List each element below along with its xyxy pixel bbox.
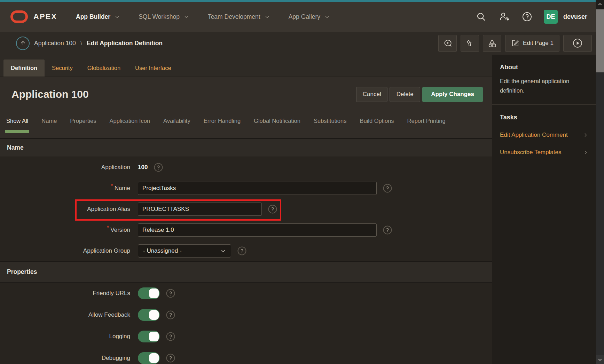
field-label: Debugging	[0, 355, 130, 362]
field-help-icon[interactable]	[166, 332, 175, 341]
field-help-icon[interactable]	[166, 310, 175, 319]
field-help-icon[interactable]	[154, 163, 163, 172]
breadcrumb: Application 100 \ Edit Application Defin…	[0, 37, 163, 50]
tab-definition[interactable]: Definition	[3, 60, 45, 77]
section-header-name: Name	[0, 139, 492, 157]
nav-menu-team-development[interactable]: Team Development	[208, 13, 270, 21]
name-input[interactable]	[138, 182, 377, 195]
tab-security[interactable]: Security	[45, 60, 80, 77]
field-row-application: Application100	[0, 157, 492, 178]
play-circle-icon	[572, 38, 583, 48]
field-label-text: Application	[101, 164, 130, 171]
task-link-label: Unsubscribe Templates	[500, 149, 561, 156]
chevron-down-icon	[184, 14, 189, 19]
subtab-properties[interactable]: Properties	[70, 118, 96, 124]
arrow-up-circle-icon[interactable]	[16, 37, 30, 50]
field-row-application-group: Application Group- Unassigned -	[0, 240, 492, 261]
primary-tabs: DefinitionSecurityGlobalizationUser Inte…	[0, 55, 492, 77]
field-help-icon[interactable]	[383, 225, 392, 235]
run-application-button[interactable]	[563, 35, 592, 52]
vertical-scrollbar[interactable]	[596, 0, 604, 364]
delete-button[interactable]: Delete	[390, 87, 420, 102]
chevron-down-icon	[115, 14, 120, 19]
breadcrumb-parent[interactable]: Application 100	[34, 40, 76, 47]
section-header-properties: Properties	[0, 261, 492, 283]
nav-menu-app-gallery[interactable]: App Gallery	[289, 13, 330, 21]
user-avatar[interactable]: DE	[544, 10, 558, 24]
subtab-application-icon[interactable]: Application Icon	[110, 118, 150, 124]
breadcrumb-separator: \	[80, 39, 82, 47]
page-title: Application 100	[11, 88, 89, 100]
search-icon[interactable]	[475, 10, 487, 23]
tab-user-interface[interactable]: User Interface	[128, 60, 179, 77]
subtab-show-all[interactable]: Show All	[6, 118, 28, 124]
flashlight-icon-button[interactable]	[461, 35, 479, 52]
top-nav: APEX App BuilderSQL WorkshopTeam Develop…	[0, 2, 596, 32]
subtab-report-printing[interactable]: Report Printing	[407, 118, 446, 124]
version-input[interactable]	[138, 223, 377, 237]
logging-toggle[interactable]	[138, 331, 160, 342]
help-icon[interactable]	[521, 10, 533, 23]
task-link-edit-application-comment[interactable]: Edit Application Comment	[500, 132, 588, 139]
field-label-text: Application Alias	[87, 206, 130, 212]
field-label-text: Version	[110, 227, 130, 233]
breadcrumb-current: Edit Application Definition	[87, 40, 163, 47]
toggle-row-debugging: Debugging	[0, 347, 492, 364]
field-label-text: Name	[115, 185, 130, 191]
field-help-icon[interactable]	[237, 246, 246, 255]
field-label: Logging	[0, 333, 130, 340]
toggle-knob	[149, 332, 159, 341]
field-help-icon[interactable]	[383, 184, 392, 193]
application-alias-input[interactable]	[138, 203, 262, 216]
field-help-icon[interactable]	[268, 205, 277, 214]
field-help-icon[interactable]	[166, 354, 175, 363]
subtab-name[interactable]: Name	[41, 118, 57, 124]
required-asterisk: *	[111, 183, 113, 189]
subtab-global-notification[interactable]: Global Notification	[254, 118, 300, 124]
subtab-availability[interactable]: Availability	[163, 118, 190, 124]
field-control	[138, 309, 175, 321]
field-control	[138, 331, 175, 342]
about-title: About	[500, 64, 588, 71]
apply-changes-button[interactable]: Apply Changes	[422, 87, 483, 102]
application-group-select[interactable]: - Unassigned -	[138, 244, 231, 258]
scroll-up-icon[interactable]	[596, 0, 604, 9]
nav-menu-app-builder[interactable]: App Builder	[76, 13, 120, 21]
field-control	[138, 352, 175, 364]
nav-menu-label: Team Development	[208, 13, 260, 21]
toggle-row-logging: Logging	[0, 326, 492, 347]
nav-menu-sql-workshop[interactable]: SQL Workshop	[139, 13, 189, 21]
tab-globalization[interactable]: Globalization	[80, 60, 128, 77]
shared-components-shapes-button[interactable]	[483, 35, 501, 52]
field-label: Application	[0, 164, 130, 171]
tasks-title: Tasks	[500, 114, 588, 121]
subtab-build-options[interactable]: Build Options	[360, 118, 394, 124]
add-comment-button[interactable]	[438, 35, 457, 52]
scrollbar-thumb[interactable]	[596, 9, 604, 72]
administration-icon[interactable]	[498, 10, 510, 23]
user-name[interactable]: devuser	[563, 13, 587, 21]
field-help-icon[interactable]	[166, 289, 175, 298]
edit-page-button[interactable]: Edit Page 1	[505, 35, 559, 52]
chevron-right-icon	[583, 150, 588, 155]
scroll-down-icon[interactable]	[596, 355, 604, 364]
subtab-error-handling[interactable]: Error Handling	[204, 118, 241, 124]
task-link-unsubscribe-templates[interactable]: Unsubscribe Templates	[500, 149, 588, 156]
cancel-button[interactable]: Cancel	[356, 87, 387, 102]
page-header: Application 100 Cancel Delete Apply Chan…	[0, 77, 492, 112]
nav-right: DE devuser	[475, 10, 596, 24]
subtab-substitutions[interactable]: Substitutions	[314, 118, 346, 124]
nav-menus: App BuilderSQL WorkshopTeam DevelopmentA…	[70, 13, 330, 21]
friendly-urls-toggle[interactable]	[138, 287, 160, 299]
debugging-toggle[interactable]	[138, 352, 160, 364]
allow-feedback-toggle[interactable]	[138, 309, 160, 321]
chevron-down-icon	[324, 14, 330, 19]
field-control	[138, 203, 277, 216]
properties-section-rows: Friendly URLsAllow FeedbackLoggingDebugg…	[0, 283, 492, 364]
toggle-row-friendly-urls: Friendly URLs	[0, 283, 492, 304]
field-control: - Unassigned -	[138, 244, 246, 258]
field-label-text: Application Group	[83, 247, 130, 254]
field-row-application-alias: Application Alias	[0, 199, 492, 220]
field-label: Allow Feedback	[0, 311, 130, 318]
chevron-right-icon	[583, 132, 588, 138]
